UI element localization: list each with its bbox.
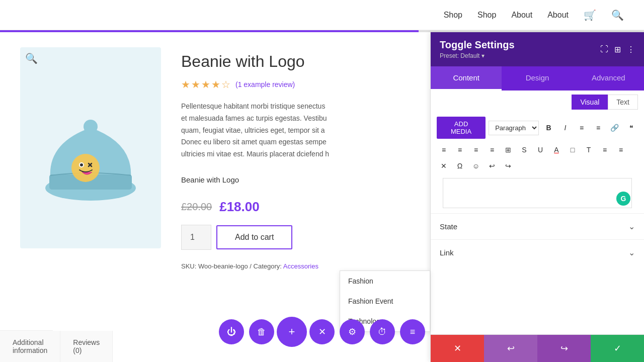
tab-additional-info[interactable]: Additional information (0, 331, 60, 362)
dropdown-item-fashion[interactable]: Fashion (340, 271, 430, 291)
panel-header: Toggle Settings Preset: Default ▾ ⛶ ⊞ ⋮ (431, 32, 644, 66)
panel-title: Toggle Settings (440, 39, 515, 51)
cart-row: Add to cart (181, 225, 410, 250)
state-accordion: State ⌄ (431, 213, 644, 239)
layout-icon[interactable]: ⊞ (614, 45, 621, 54)
product-info: Beanie with Logo ★★★★☆ (1 example review… (181, 47, 410, 270)
clock-toolbar-button[interactable]: ⏱ (370, 319, 395, 344)
state-label: State (440, 222, 457, 231)
paste-button[interactable]: □ (566, 143, 580, 157)
search-icon[interactable]: 🔍 (611, 9, 624, 21)
state-chevron-icon: ⌄ (628, 222, 635, 231)
link-chevron-icon: ⌄ (628, 248, 635, 257)
fullscreen-editor-button[interactable]: ✕ (437, 159, 451, 173)
review-link[interactable]: (1 example review) (235, 80, 295, 88)
editor-row1: ADD MEDIA Paragraph Heading 1 Heading 2 … (437, 117, 638, 139)
indent-button[interactable]: ≡ (598, 143, 612, 157)
bars-toolbar-button[interactable]: ≡ (400, 319, 425, 344)
panel-actions: ✕ ↩ ↪ ✓ (431, 334, 644, 362)
price-row: £20.00 £18.00 (181, 199, 410, 215)
editor-toolbar: ADD MEDIA Paragraph Heading 1 Heading 2 … (431, 112, 644, 178)
main-content: 🔍 (0, 32, 644, 362)
power-toolbar-button[interactable]: ⏻ (219, 319, 244, 344)
quantity-input[interactable] (181, 225, 211, 250)
nav-shop-2[interactable]: Shop (477, 11, 496, 20)
stars: ★★★★☆ (181, 78, 231, 90)
accessories-link[interactable]: Accessories (283, 262, 318, 270)
ordered-list-button[interactable]: ≡ (592, 121, 605, 135)
table-button[interactable]: ⊞ (501, 143, 515, 157)
visual-tab[interactable]: Visual (572, 95, 608, 110)
undo-action-button[interactable]: ↩ (484, 335, 537, 362)
underline-button[interactable]: U (533, 143, 547, 157)
panel-body: Visual Text ADD MEDIA Paragraph Heading … (431, 90, 644, 334)
link-accordion: Link ⌄ (431, 239, 644, 265)
align-center-button[interactable]: ≡ (453, 143, 467, 157)
text-color-button[interactable]: A (549, 143, 564, 157)
nav-about-2[interactable]: About (547, 11, 569, 20)
grammarly-icon[interactable]: G (616, 192, 630, 206)
emoji-button[interactable]: ☺ (469, 159, 483, 173)
old-price: £20.00 (181, 201, 212, 213)
align-justify-button[interactable]: ≡ (485, 143, 499, 157)
bold-button[interactable]: B (542, 121, 555, 135)
quote-button[interactable]: ❝ (624, 121, 638, 135)
add-media-button[interactable]: ADD MEDIA (437, 117, 486, 139)
text-tab[interactable]: Text (608, 95, 638, 110)
format-select[interactable]: Paragraph Heading 1 Heading 2 (489, 121, 539, 135)
beanie-illustration (40, 93, 141, 203)
tab-advanced[interactable]: Advanced (573, 66, 644, 90)
link-accordion-header[interactable]: Link ⌄ (431, 240, 644, 265)
special-char-button[interactable]: Ω (453, 159, 467, 173)
top-navigation: Shop Shop About About 🛒 🔍 (0, 0, 644, 30)
dropdown-item-fashion-event[interactable]: Fashion Event (340, 291, 430, 311)
link-button[interactable]: 🔗 (608, 121, 621, 135)
delete-action-button[interactable]: ✕ (431, 335, 484, 362)
align-right-button[interactable]: ≡ (469, 143, 483, 157)
nav-shop-1[interactable]: Shop (444, 11, 462, 20)
tab-design[interactable]: Design (502, 66, 573, 90)
redo-action-button[interactable]: ↪ (537, 335, 591, 362)
zoom-icon[interactable]: 🔍 (25, 52, 38, 64)
product-image: 🔍 (20, 47, 161, 248)
bottom-tabs: Additional information Reviews (0) (0, 330, 53, 362)
tab-reviews[interactable]: Reviews (0) (60, 331, 113, 362)
settings-toolbar-button[interactable]: ⚙ (340, 319, 365, 344)
product-name-box: Beanie with Logo (181, 170, 410, 189)
editor-row2: ≡ ≡ ≡ ≡ ⊞ S U A □ T ≡ ≡ ✕ Ω ☺ ↩ ↪ (437, 143, 638, 173)
panel-preset[interactable]: Preset: Default ▾ (440, 52, 515, 59)
editor-area[interactable] (443, 178, 632, 208)
svg-point-2 (84, 120, 98, 134)
fullscreen-icon[interactable]: ⛶ (600, 45, 608, 54)
unordered-list-button[interactable]: ≡ (575, 121, 589, 135)
tab-content[interactable]: Content (431, 66, 502, 90)
state-accordion-header[interactable]: State ⌄ (431, 214, 644, 239)
add-to-cart-button[interactable]: Add to cart (216, 225, 292, 249)
panel-header-left: Toggle Settings Preset: Default ▾ (440, 39, 515, 59)
outdent-button[interactable]: ≡ (614, 143, 628, 157)
cart-icon[interactable]: 🛒 (584, 9, 596, 21)
product-layout: 🔍 (20, 47, 410, 270)
close-toolbar-button[interactable]: ✕ (309, 319, 335, 344)
align-left-button[interactable]: ≡ (437, 143, 451, 157)
svg-point-5 (80, 163, 83, 166)
panel-header-icons: ⛶ ⊞ ⋮ (600, 45, 635, 54)
svg-point-3 (71, 154, 100, 182)
panel-tabs: Content Design Advanced (431, 66, 644, 90)
settings-panel: Toggle Settings Preset: Default ▾ ⛶ ⊞ ⋮ … (430, 32, 644, 362)
nav-about-1[interactable]: About (511, 11, 532, 20)
confirm-action-button[interactable]: ✓ (591, 335, 644, 362)
trash-toolbar-button[interactable]: 🗑 (249, 319, 274, 344)
floating-toolbar: ⏻ 🗑 + ✕ ⚙ ⏱ ≡ (216, 317, 428, 347)
stars-row: ★★★★☆ (1 example review) (181, 78, 410, 90)
more-options-icon[interactable]: ⋮ (627, 45, 635, 54)
new-price: £18.00 (219, 199, 260, 215)
redo-button[interactable]: ↪ (501, 159, 515, 173)
italic-button[interactable]: I (558, 121, 572, 135)
add-toolbar-button[interactable]: + (277, 317, 307, 347)
product-description: Pellentesque habitant morbi tristique se… (181, 101, 332, 160)
undo-button[interactable]: ↩ (485, 159, 499, 173)
strikethrough-button[interactable]: S (517, 143, 531, 157)
visual-text-row: Visual Text (431, 90, 644, 112)
clear-format-button[interactable]: T (582, 143, 596, 157)
